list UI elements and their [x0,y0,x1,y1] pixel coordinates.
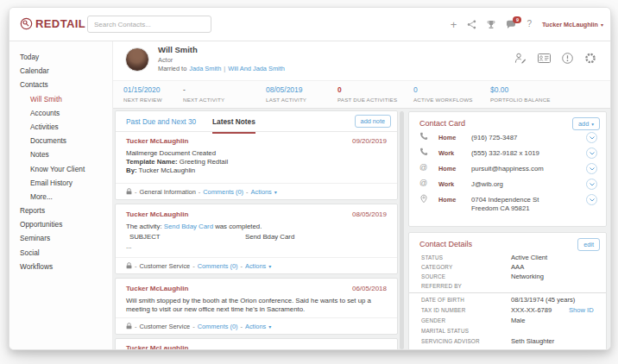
contact-avatar[interactable] [125,47,149,72]
contact-card-row: Home (916) 725-3487 [409,131,606,147]
sidebar-item-reports[interactable]: Reports [9,204,112,217]
edit-contact-icon[interactable] [514,53,527,64]
sidebar-item-social[interactable]: Social [9,246,112,260]
note-comments-link[interactable]: Comments (0) [198,262,238,270]
trophy-icon[interactable] [487,20,495,29]
stat-last-activity: 08/05/2019 LAST ACTIVITY [266,85,306,103]
note-footer: - Customer Service - Comments (0) - Acti… [116,257,397,273]
contact-details-panel: Contact Details edit STATUS Active Clien… [408,232,607,350]
note-date: 08/05/2019 [352,210,387,218]
expand-row-button[interactable] [586,147,597,159]
stat-past-due-activities: 0 PAST DUE ACTIVITIES [337,85,397,103]
tab-latest-notes[interactable]: Latest Notes [212,117,255,126]
note-comments-link[interactable]: Comments (0) [198,323,238,330]
note-ellipsis: ... [126,242,387,251]
expand-row-button[interactable] [586,163,597,174]
email-link[interactable]: J@wib.org [471,180,503,188]
detail-row: WRITING ADVISOR Tucker McLaughlin [409,348,606,350]
contact-card-title: Contact Card [419,119,465,128]
note-footer: - Customer Service - Comments (0) - Acti… [116,317,397,334]
quick-add-icon[interactable]: + [451,19,457,30]
note-actions-link[interactable]: Actions [245,323,266,330]
note-category: Customer Service [139,262,190,270]
pipe-separator: | [224,65,225,72]
detail-row: MARITAL STATUS [409,328,606,338]
note-item: Tucker McLaughlin [115,338,398,350]
lock-icon [126,323,132,329]
sidebar-item-notes[interactable]: Notes [9,147,112,161]
sidebar-item-activities[interactable]: Activities [9,120,112,134]
expand-row-button[interactable] [586,132,597,143]
wheel-icon[interactable] [584,53,596,64]
contact-card-add-button[interactable]: add ▾ [572,117,600,130]
note-date: 09/20/2019 [352,137,387,145]
sidebar-item-know-your-client[interactable]: Know Your Client [9,162,112,176]
caret-down-icon: ▾ [268,323,271,329]
tab-past-due-next-30[interactable]: Past Due and Next 30 [126,117,196,126]
note-footer: - General Information - Comments (0) - A… [116,183,397,199]
contact-card-row: Home 0704 Independence St Freedom CA 958… [409,193,606,217]
sidebar-item-will-smith[interactable]: Will Smith [9,92,112,106]
note-body-line: Template Name: Greeting Redtail [126,158,387,166]
phone-icon [419,147,428,156]
show-id-link[interactable]: Show ID [569,306,594,314]
notes-tabs: Past Due and Next 30 Latest Notes add no… [116,111,397,132]
note-actions-link[interactable]: Actions [251,188,272,196]
id-card-icon[interactable] [538,53,551,63]
user-menu[interactable]: Tucker McLaughlin ▾ [542,21,603,28]
stat-next-review: 01/15/2020 NEXT REVIEW [123,85,162,103]
sidebar-item-contacts[interactable]: Contacts [9,78,112,91]
sidebar-nav: Today Calendar Contacts Will Smith Accou… [9,41,113,349]
contact-details-title: Contact Details [419,240,472,248]
sidebar-item-today[interactable]: Today [9,50,112,64]
sidebar-item-calendar[interactable]: Calendar [9,64,112,78]
sidebar-item-more[interactable]: More... [9,190,112,204]
note-comments-link[interactable]: Comments (0) [203,188,243,196]
note-body-line: Mailmerge Document Created [126,149,387,158]
expand-row-button[interactable] [586,194,597,205]
sidebar-item-workflows[interactable]: Workflows [9,260,112,273]
contact-card-row: Work (555) 332-9182 x 1019 [409,147,606,162]
search-input[interactable] [87,16,211,33]
married-prefix: Married to [158,65,186,72]
note-actions-link[interactable]: Actions [245,262,266,270]
logo-text-primary: REDTAIL [35,17,85,30]
notes-scrollbar[interactable] [400,111,404,349]
contact-relations: Married to Jada Smith | Will And Jada Sm… [158,65,285,72]
header-actions: + 9 ? [451,8,603,41]
contact-header: Will Smith Actor Married to Jada Smith |… [113,41,610,80]
add-note-button[interactable]: add note [355,115,391,128]
help-icon[interactable]: ? [527,20,532,28]
top-header: REDTAILCRM + [9,8,610,41]
expand-row-button[interactable] [586,179,597,190]
sidebar-item-accounts[interactable]: Accounts [9,106,112,120]
phone-icon [419,132,428,141]
caret-down-icon: ▾ [268,263,271,269]
note-subject-value: Send Bday Card [245,233,387,242]
note-category: Customer Service [139,323,190,330]
detail-row: GENDER Male [409,317,606,328]
activity-link[interactable]: Send Bday Card [164,223,213,230]
notifications-icon[interactable]: 9 [506,20,516,29]
sidebar-item-seminars[interactable]: Seminars [9,231,112,245]
stat-next-activity: - NEXT ACTIVITY [183,85,224,103]
note-author: Tucker McLaughlin [126,210,188,218]
caret-down-icon: ▾ [274,189,277,195]
share-icon[interactable] [467,20,476,29]
alert-circle-icon[interactable] [562,53,573,64]
note-category: General Information [139,188,195,196]
note-author: Tucker McLaughlin [126,137,188,145]
email-icon: @ [419,179,427,187]
family-link[interactable]: Will And Jada Smith [228,65,285,72]
sidebar-item-opportunities[interactable]: Opportunities [9,217,112,231]
contact-header-actions [514,53,596,64]
note-body-line: The activity: Send Bday Card was complet… [126,223,387,231]
sidebar-item-email-history[interactable]: Email History [9,176,112,190]
contact-details-edit-button[interactable]: edit [577,238,600,251]
email-link[interactable]: pursuit@happiness.com [471,165,544,173]
sidebar-item-documents[interactable]: Documents [9,134,112,147]
notification-badge: 9 [513,16,521,23]
detail-row: TAX ID NUMBER XXX-XX-6789 Show ID [409,307,606,317]
location-pin-icon [419,194,428,204]
spouse-link[interactable]: Jada Smith [189,65,221,72]
